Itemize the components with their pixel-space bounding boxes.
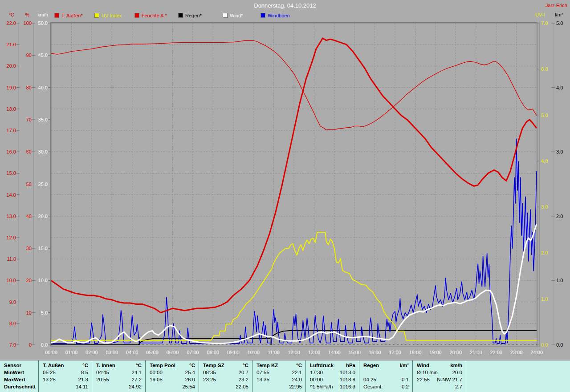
- table-row-labels: SensorMinWertMaxWertDurchschnitt: [0, 360, 39, 392]
- column-header: Temp SZ°C: [199, 362, 252, 369]
- table-column-temp-pool: Temp Pool°C00:0025.419:0526.025.54: [146, 360, 199, 392]
- column-header: T. Innen°C: [92, 362, 145, 369]
- weather-station-window: Donnerstag, 04.10.2012 Jarz Erich T. Auß…: [0, 0, 570, 392]
- table-cell: 20:5527.2: [92, 376, 145, 383]
- table-cell: 23:2523.2: [199, 376, 252, 383]
- row-label: MinWert: [0, 369, 38, 376]
- table-column-t-innen: T. Innen°C04:4524.120:5527.224.92: [92, 360, 146, 392]
- table-cell: 14.11: [39, 383, 92, 390]
- column-header: Temp KZ°C: [252, 362, 305, 369]
- x-tick-label: 16:00: [367, 350, 383, 355]
- table-cell: 22.05: [199, 383, 252, 390]
- x-tick-label: 17:00: [387, 350, 403, 355]
- table-cell: 17:301013.0: [306, 369, 359, 376]
- table-cell: 13:3524.0: [252, 376, 305, 383]
- stats-table: SensorMinWertMaxWertDurchschnittT. Außen…: [0, 360, 570, 392]
- table-cell: ^1.5hPa/h1016.3: [306, 383, 359, 390]
- chart-svg: [0, 0, 570, 360]
- table-cell: 00:001018.8: [306, 376, 359, 383]
- x-tick-label: 23:00: [509, 350, 525, 355]
- row-label: MaxWert: [0, 376, 38, 383]
- x-tick-label: 22:00: [488, 350, 504, 355]
- column-header: Temp Pool°C: [146, 362, 199, 369]
- table-cell: 13:2521.3: [39, 376, 92, 383]
- series-uv-index: [51, 232, 537, 340]
- row-label: Durchschnitt: [0, 383, 38, 390]
- table-cell: 2.7: [413, 383, 466, 390]
- x-tick-label: 24:00: [529, 350, 545, 355]
- table-cell: Ø 10 min.20.0: [413, 369, 466, 376]
- column-header: Regenl/m²: [359, 362, 412, 369]
- table-column-regen: Regenl/m²04:250.1Gesamt:0.2: [359, 360, 413, 392]
- x-tick-label: 15:00: [346, 350, 362, 355]
- x-tick-label: 00:00: [43, 350, 59, 355]
- x-tick-label: 03:00: [104, 350, 120, 355]
- x-tick-label: 06:00: [165, 350, 181, 355]
- table-cell: 05:258.5: [39, 369, 92, 376]
- column-header: T. Außen°C: [39, 362, 92, 369]
- table-column-temp-kz: Temp KZ°C07:5522.113:3524.022.95: [252, 360, 306, 392]
- table-cell: 22:55N-NW 21.7: [413, 376, 466, 383]
- table-cell: 04:4524.1: [92, 369, 145, 376]
- x-tick-label: 14:00: [326, 350, 342, 355]
- x-tick-label: 04:00: [124, 350, 140, 355]
- table-cell: 00:0025.4: [146, 369, 199, 376]
- x-tick-label: 21:00: [468, 350, 484, 355]
- x-tick-label: 10:00: [245, 350, 261, 355]
- chart-canvas: 22.021.020.019.018.017.016.015.014.013.0…: [0, 0, 570, 360]
- x-tick-label: 11:00: [266, 350, 282, 355]
- x-tick-label: 08:00: [205, 350, 221, 355]
- table-cell: 22.95: [252, 383, 305, 390]
- x-tick-label: 20:00: [448, 350, 464, 355]
- column-header: LuftdruckhPa: [306, 362, 359, 369]
- x-tick-label: 13:00: [306, 350, 322, 355]
- table-column-t-au-en: T. Außen°C05:258.513:2521.314.11: [39, 360, 92, 392]
- table-cell: Gesamt:0.2: [359, 383, 412, 390]
- table-column-wind: Windkm/hØ 10 min.20.022:55N-NW 21.72.7: [413, 360, 466, 392]
- table-cell: 19:0526.0: [146, 376, 199, 383]
- column-header: Windkm/h: [413, 362, 466, 369]
- table-column-luftdruck: LuftdruckhPa17:301013.000:001018.8^1.5hP…: [306, 360, 359, 392]
- x-tick-label: 01:00: [63, 350, 79, 355]
- x-tick-label: 02:00: [84, 350, 100, 355]
- x-tick-label: 18:00: [407, 350, 423, 355]
- table-cell: [359, 369, 412, 376]
- table-cell: 25.54: [146, 383, 199, 390]
- x-tick-label: 09:00: [225, 350, 241, 355]
- table-cell: 07:5522.1: [252, 369, 305, 376]
- table-cell: 08:3520.7: [199, 369, 252, 376]
- series-windb-en: [51, 139, 537, 344]
- x-tick-label: 05:00: [144, 350, 160, 355]
- x-tick-label: 07:00: [185, 350, 201, 355]
- table-cell: 24.92: [92, 383, 145, 390]
- table-column-temp-sz: Temp SZ°C08:3520.723:2523.222.05: [199, 360, 252, 392]
- x-tick-label: 12:00: [286, 350, 302, 355]
- row-label: Sensor: [0, 362, 38, 369]
- table-cell: 04:250.1: [359, 376, 412, 383]
- x-tick-label: 19:00: [428, 350, 444, 355]
